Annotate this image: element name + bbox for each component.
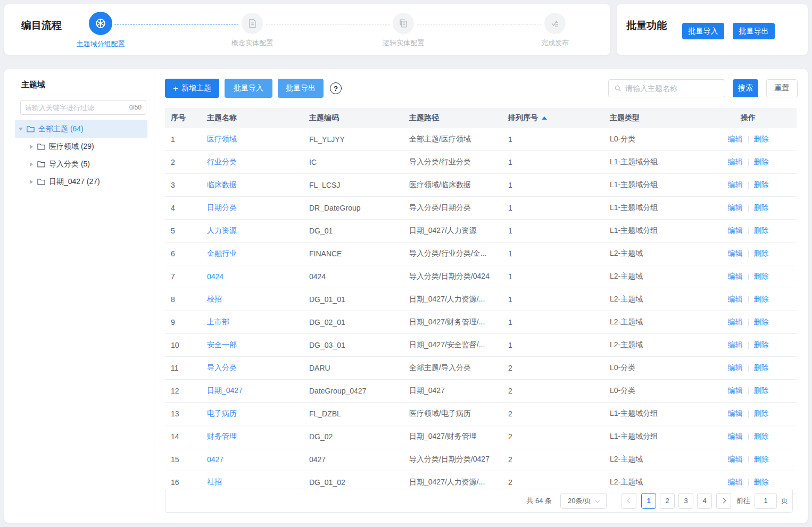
goto-page-input[interactable] bbox=[755, 493, 777, 509]
topic-name-link[interactable]: 财务管理 bbox=[207, 432, 237, 441]
table-row: 6金融行业FINANCE导入分类/行业分类/金...1L2-主题域编辑删除 bbox=[165, 242, 797, 265]
table-row: 9上市部DG_02_01日期_0427/财务管理/...1L2-主题域编辑删除 bbox=[165, 311, 797, 334]
table-batch-export-button[interactable]: 批量导出 bbox=[278, 79, 324, 98]
topic-name-link[interactable]: 导入分类 bbox=[207, 363, 237, 373]
topic-name-link[interactable]: 临床数据 bbox=[207, 180, 237, 190]
tree-filter-input[interactable] bbox=[25, 104, 126, 112]
topic-name-link[interactable]: 0424 bbox=[207, 272, 223, 281]
edit-link[interactable]: 编辑 bbox=[728, 409, 743, 419]
topic-name-link[interactable]: 上市部 bbox=[207, 317, 229, 327]
action-divider bbox=[748, 456, 749, 463]
cell-order: 2 bbox=[502, 357, 604, 379]
topic-name-link[interactable]: 日期分类 bbox=[207, 203, 237, 213]
step-logical-entity-config[interactable]: 逻辑实体配置 bbox=[358, 12, 449, 48]
delete-link[interactable]: 删除 bbox=[754, 272, 769, 281]
page-button-3[interactable]: 3 bbox=[678, 493, 693, 509]
topic-name-link[interactable]: 校招 bbox=[207, 295, 222, 304]
edit-link[interactable]: 编辑 bbox=[728, 135, 743, 144]
delete-link[interactable]: 删除 bbox=[754, 203, 769, 213]
topic-name-link[interactable]: 电子病历 bbox=[207, 409, 237, 419]
tree-item-1[interactable]: 医疗领域 (29) bbox=[15, 138, 147, 155]
edit-link[interactable]: 编辑 bbox=[728, 363, 743, 373]
page-button-1[interactable]: 1 bbox=[641, 493, 656, 509]
edit-link[interactable]: 编辑 bbox=[728, 455, 743, 464]
cell-name: 0427 bbox=[201, 448, 303, 471]
delete-link[interactable]: 删除 bbox=[754, 295, 769, 304]
caret-down-icon[interactable] bbox=[19, 128, 23, 131]
subject-domain-sidebar: 主题域 0/50 全部主题 (64)医疗领域 (29)导入分类 (5)日期_04… bbox=[4, 69, 154, 523]
page-button-2[interactable]: 2 bbox=[660, 493, 675, 509]
edit-link[interactable]: 编辑 bbox=[728, 386, 743, 396]
search-button[interactable]: 搜索 bbox=[733, 79, 758, 97]
tree-item-3[interactable]: 日期_0427 (27) bbox=[15, 173, 147, 190]
page-button-4[interactable]: 4 bbox=[697, 493, 712, 509]
table-batch-import-button[interactable]: 批量导入 bbox=[225, 79, 272, 98]
cell-path: 日期_0427/人力资源 bbox=[403, 220, 502, 242]
delete-link[interactable]: 删除 bbox=[754, 478, 769, 487]
topic-name-link[interactable]: 0427 bbox=[207, 455, 223, 464]
cell-name: 临床数据 bbox=[201, 174, 303, 196]
step-domain-group-config[interactable]: 主题域分组配置 bbox=[55, 12, 146, 49]
cell-actions: 编辑删除 bbox=[700, 448, 797, 471]
topic-name-link[interactable]: 医疗领域 bbox=[207, 135, 237, 144]
delete-link[interactable]: 删除 bbox=[754, 317, 769, 327]
sort-asc-icon[interactable] bbox=[542, 116, 547, 120]
delete-link[interactable]: 删除 bbox=[754, 157, 769, 167]
edit-link[interactable]: 编辑 bbox=[728, 432, 743, 441]
caret-right-icon[interactable] bbox=[30, 180, 33, 184]
col-code: 主题编码 bbox=[303, 108, 403, 128]
step-complete-publish[interactable]: 完成发布 bbox=[510, 12, 600, 48]
edit-link[interactable]: 编辑 bbox=[728, 478, 743, 487]
table-row: 1504270427导入分类/日期分类/04272L2-主题域编辑删除 bbox=[165, 448, 797, 471]
cell-path: 导入分类/行业分类/金... bbox=[403, 242, 502, 265]
delete-link[interactable]: 删除 bbox=[754, 340, 769, 350]
add-topic-button[interactable]: + 新增主题 bbox=[165, 79, 219, 98]
delete-link[interactable]: 删除 bbox=[754, 432, 769, 441]
edit-link[interactable]: 编辑 bbox=[728, 249, 743, 258]
help-icon[interactable]: ? bbox=[330, 82, 342, 94]
topic-name-link[interactable]: 安全一部 bbox=[207, 340, 237, 350]
cell-order: 1 bbox=[502, 174, 604, 196]
action-divider bbox=[748, 319, 749, 326]
step-concept-entity-config[interactable]: 概念实体配置 bbox=[207, 12, 297, 48]
delete-link[interactable]: 删除 bbox=[754, 226, 769, 236]
cell-index: 7 bbox=[165, 265, 201, 288]
tree-item-2[interactable]: 导入分类 (5) bbox=[15, 155, 147, 173]
col-order[interactable]: 排列序号 bbox=[502, 108, 604, 128]
tree-item-0[interactable]: 全部主题 (64) bbox=[15, 120, 147, 138]
cell-type: L1-主题域分组 bbox=[604, 197, 700, 219]
caret-right-icon[interactable] bbox=[30, 145, 33, 149]
chevron-down-icon bbox=[595, 497, 600, 503]
delete-link[interactable]: 删除 bbox=[754, 386, 769, 396]
chevron-left-icon bbox=[627, 498, 632, 504]
topic-search-input[interactable] bbox=[625, 84, 719, 93]
prev-page-button[interactable] bbox=[622, 493, 636, 509]
edit-link[interactable]: 编辑 bbox=[728, 226, 743, 236]
delete-link[interactable]: 删除 bbox=[754, 363, 769, 373]
edit-link[interactable]: 编辑 bbox=[728, 203, 743, 213]
delete-link[interactable]: 删除 bbox=[754, 135, 769, 144]
batch-export-button[interactable]: 批量导出 bbox=[733, 23, 775, 39]
reset-button[interactable]: 重置 bbox=[766, 79, 798, 97]
edit-link[interactable]: 编辑 bbox=[728, 295, 743, 304]
caret-right-icon[interactable] bbox=[30, 162, 33, 166]
batch-import-button[interactable]: 批量导入 bbox=[682, 23, 724, 39]
delete-link[interactable]: 删除 bbox=[754, 249, 769, 258]
page-size-select[interactable]: 20条/页 bbox=[560, 493, 607, 509]
topic-name-link[interactable]: 金融行业 bbox=[207, 249, 237, 258]
next-page-button[interactable] bbox=[716, 493, 731, 509]
edit-link[interactable]: 编辑 bbox=[728, 317, 743, 327]
delete-link[interactable]: 删除 bbox=[754, 180, 769, 190]
topic-name-link[interactable]: 人力资源 bbox=[207, 226, 237, 236]
delete-link[interactable]: 删除 bbox=[754, 455, 769, 464]
topic-name-link[interactable]: 行业分类 bbox=[207, 157, 237, 167]
edit-link[interactable]: 编辑 bbox=[728, 272, 743, 281]
step-label: 逻辑实体配置 bbox=[358, 38, 449, 48]
edit-link[interactable]: 编辑 bbox=[728, 180, 743, 190]
delete-link[interactable]: 删除 bbox=[754, 409, 769, 419]
edit-link[interactable]: 编辑 bbox=[728, 340, 743, 350]
topic-name-link[interactable]: 日期_0427 bbox=[207, 386, 243, 396]
topic-name-link[interactable]: 社招 bbox=[207, 478, 222, 487]
edit-link[interactable]: 编辑 bbox=[728, 157, 743, 167]
cell-index: 2 bbox=[165, 151, 201, 173]
